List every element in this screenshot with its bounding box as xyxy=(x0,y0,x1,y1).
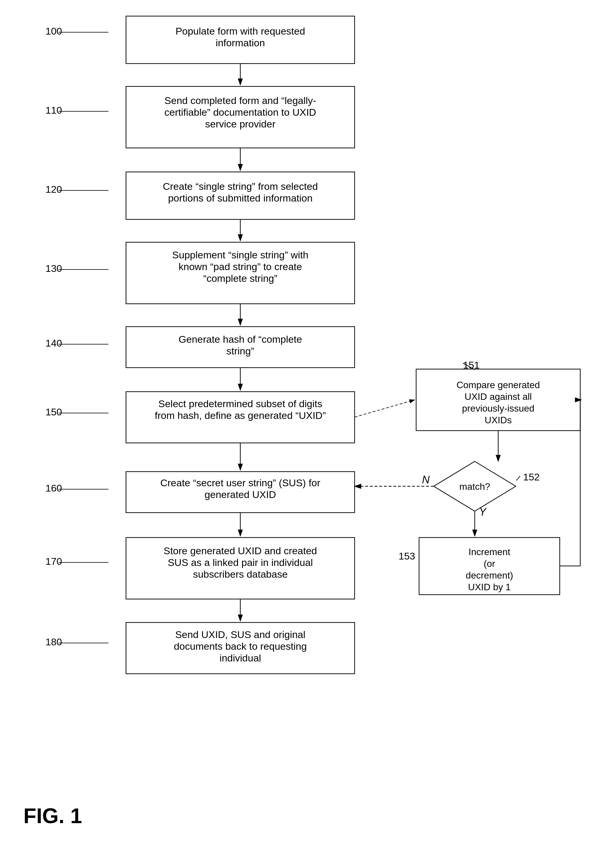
svg-rect-10 xyxy=(126,622,355,674)
svg-rect-6 xyxy=(126,326,355,368)
svg-line-64 xyxy=(355,400,415,417)
svg-rect-4 xyxy=(126,172,355,219)
svg-line-54 xyxy=(463,363,475,370)
svg-marker-12 xyxy=(434,462,516,511)
branch-n-label: N xyxy=(422,474,430,486)
svg-text:Create “single string” from se: Create “single string” from selected xyxy=(163,181,318,192)
svg-text:UXID by 1: UXID by 1 xyxy=(468,582,511,592)
svg-text:SUS as a linked pair in indivi: SUS as a linked pair in individual xyxy=(168,557,313,568)
svg-text:Populate form with requested: Populate form with requested xyxy=(176,25,305,37)
svg-rect-5 xyxy=(126,242,355,304)
svg-rect-3 xyxy=(126,86,355,148)
step-label-100: 100 xyxy=(45,25,62,37)
step-label-152: 152 xyxy=(523,471,540,482)
svg-text:portions of submitted informat: portions of submitted information xyxy=(168,193,313,204)
step-label-151: 151 xyxy=(463,359,480,371)
step-label-110: 110 xyxy=(45,104,62,116)
svg-text:Send UXID, SUS and original: Send UXID, SUS and original xyxy=(175,629,305,640)
svg-text:known “pad string” to create: known “pad string” to create xyxy=(179,261,302,272)
svg-text:certifiable” documentation to : certifiable” documentation to UXID xyxy=(164,107,316,118)
svg-text:match?: match? xyxy=(459,481,490,492)
svg-text:Create “secret user string” (S: Create “secret user string” (SUS) for xyxy=(160,477,320,488)
svg-rect-2 xyxy=(126,16,355,64)
svg-text:Generate hash of “complete: Generate hash of “complete xyxy=(179,334,302,345)
svg-text:string”: string” xyxy=(227,345,254,356)
svg-text:decrement): decrement) xyxy=(466,570,513,581)
svg-rect-11 xyxy=(416,369,580,431)
svg-text:Select predetermined subset of: Select predetermined subset of digits xyxy=(158,398,322,409)
svg-text:Compare generated: Compare generated xyxy=(457,380,540,390)
svg-line-55 xyxy=(516,476,520,480)
branch-y-label: Y xyxy=(479,506,487,518)
svg-text:UXID against all: UXID against all xyxy=(465,391,532,402)
step-label-120: 120 xyxy=(45,184,62,195)
step-label-130: 130 xyxy=(45,263,62,274)
svg-text:Increment: Increment xyxy=(468,547,510,557)
svg-text:previously-issued: previously-issued xyxy=(462,403,534,413)
step-label-140: 140 xyxy=(45,337,62,348)
step-label-160: 160 xyxy=(45,482,62,494)
svg-text:service provider: service provider xyxy=(205,118,275,129)
step-label-150: 150 xyxy=(45,406,62,417)
svg-text:Supplement “single string” wit: Supplement “single string” with xyxy=(172,249,309,260)
svg-text:individual: individual xyxy=(219,652,261,664)
svg-text:generated UXID: generated UXID xyxy=(205,489,276,500)
svg-text:Store generated UXID and creat: Store generated UXID and created xyxy=(163,545,317,556)
svg-text:UXIDs: UXIDs xyxy=(485,415,512,425)
svg-text:Send completed form and “legal: Send completed form and “legally- xyxy=(164,95,316,106)
svg-rect-9 xyxy=(126,538,355,599)
step-label-153: 153 xyxy=(398,550,415,561)
svg-text:“complete string”: “complete string” xyxy=(203,273,277,284)
svg-text:documents back to requesting: documents back to requesting xyxy=(174,640,307,652)
svg-text:subscribers database: subscribers database xyxy=(193,569,288,580)
svg-text:information: information xyxy=(216,37,265,48)
svg-text:from hash, define as generated: from hash, define as generated “UXID” xyxy=(155,410,326,421)
svg-rect-8 xyxy=(126,472,355,513)
step-label-180: 180 xyxy=(45,636,62,647)
svg-rect-13 xyxy=(419,538,560,595)
svg-rect-7 xyxy=(126,392,355,443)
figure-caption: FIG. 1 xyxy=(23,804,82,827)
svg-text:(or: (or xyxy=(484,558,495,569)
step-label-170: 170 xyxy=(45,556,62,567)
